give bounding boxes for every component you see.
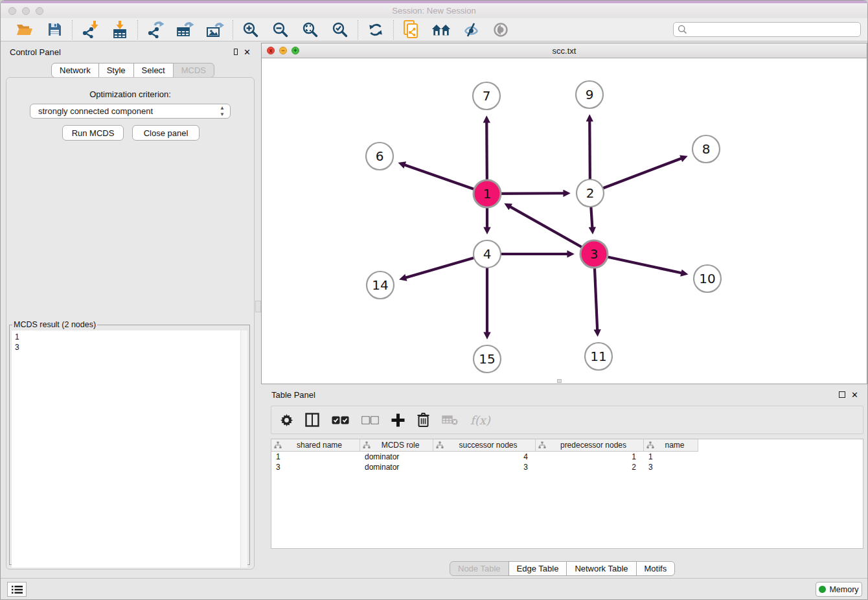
node-label: 4: [483, 246, 492, 262]
function-builder-icon[interactable]: f(x): [470, 411, 490, 428]
network-maximize-icon[interactable]: +: [291, 47, 299, 54]
delete-table-icon[interactable]: [442, 411, 458, 428]
tab-mcds[interactable]: MCDS: [173, 63, 214, 78]
network-minimize-icon[interactable]: −: [279, 47, 287, 54]
search-box[interactable]: [673, 22, 861, 37]
tab-node-table[interactable]: Node Table: [450, 561, 509, 576]
control-panel-header: Control Panel ✕: [1, 43, 260, 61]
graph-node-2[interactable]: 2: [577, 179, 604, 207]
import-table-icon[interactable]: [110, 20, 130, 40]
export-table-icon[interactable]: [176, 20, 195, 40]
graph-node-14[interactable]: 14: [367, 271, 394, 299]
graph-node-3[interactable]: 3: [580, 240, 608, 268]
save-session-icon[interactable]: [45, 20, 64, 40]
graph-node-10[interactable]: 10: [694, 265, 721, 292]
column-header-name[interactable]: name: [644, 439, 698, 452]
table-row[interactable]: 1dominator411: [271, 452, 863, 462]
network-resize-handle[interactable]: [557, 379, 562, 383]
table-panel-tabs: Node TableEdge TableNetwork TableMotifs: [450, 561, 675, 576]
search-input[interactable]: [687, 23, 860, 36]
export-image-icon[interactable]: [205, 20, 225, 40]
home-networks-icon[interactable]: [431, 20, 451, 40]
zoom-fit-icon[interactable]: [301, 20, 320, 40]
tab-motifs[interactable]: Motifs: [636, 561, 676, 576]
task-history-button[interactable]: [7, 582, 27, 597]
node-label: 6: [376, 148, 384, 164]
node-label: 3: [590, 246, 599, 262]
table-panel-float-icon[interactable]: [839, 391, 845, 398]
panel-splitter-handle[interactable]: [255, 301, 261, 312]
network-view-titlebar[interactable]: x − + scc.txt: [262, 43, 867, 58]
graph-node-11[interactable]: 11: [585, 343, 612, 370]
mcds-result-box: MCDS result (2 nodes) 13: [9, 320, 250, 565]
cell-shared-name[interactable]: 3: [271, 462, 360, 472]
graph-node-1[interactable]: 1: [474, 180, 501, 207]
table-row[interactable]: 3dominator323: [271, 462, 863, 472]
memory-button-label: Memory: [829, 585, 858, 594]
table-toolbar: f(x): [271, 406, 863, 434]
network-graph[interactable]: 7968124314101511: [262, 58, 867, 384]
network-close-icon[interactable]: x: [267, 47, 275, 54]
graph-node-6[interactable]: 6: [366, 143, 393, 170]
cell-MCDS-role[interactable]: dominator: [360, 462, 433, 472]
column-header-predecessor-nodes[interactable]: predecessor nodes: [536, 439, 644, 452]
import-network-icon[interactable]: [80, 20, 100, 40]
tab-edge-table[interactable]: Edge Table: [508, 561, 567, 576]
control-panel-float-icon[interactable]: [234, 49, 238, 55]
table-options-icon[interactable]: [280, 411, 293, 428]
zoom-selected-icon[interactable]: [330, 20, 350, 40]
close-panel-button[interactable]: Close panel: [132, 125, 200, 141]
node-label: 2: [586, 185, 595, 201]
main-toolbar: [1, 18, 867, 41]
new-network-from-selection-icon[interactable]: [402, 20, 421, 40]
mcds-result-list[interactable]: 13: [12, 330, 247, 568]
graph-node-15[interactable]: 15: [474, 345, 501, 373]
dropdown-stepper-icon: ▲▼: [220, 105, 225, 118]
delete-icon[interactable]: [417, 411, 429, 428]
control-panel-close-icon[interactable]: ✕: [244, 48, 251, 56]
unselect-all-columns-icon[interactable]: [361, 411, 379, 428]
graph-node-4[interactable]: 4: [474, 240, 501, 268]
open-session-icon[interactable]: [15, 20, 34, 40]
refresh-icon[interactable]: [366, 20, 385, 40]
show-hidden-icon[interactable]: [491, 20, 510, 40]
graph-node-8[interactable]: 8: [692, 135, 720, 163]
cell-predecessor-nodes[interactable]: 1: [536, 452, 644, 462]
tab-network-table[interactable]: Network Table: [566, 561, 636, 576]
show-columns-icon[interactable]: [305, 411, 319, 428]
status-bar: Memory: [1, 578, 867, 599]
node-label: 7: [483, 88, 491, 104]
column-header-shared-name[interactable]: shared name: [271, 439, 360, 452]
tab-network[interactable]: Network: [51, 63, 99, 78]
tab-style[interactable]: Style: [98, 63, 134, 78]
zoom-out-icon[interactable]: [271, 20, 290, 40]
run-mcds-button[interactable]: Run MCDS: [62, 125, 124, 141]
cell-predecessor-nodes[interactable]: 2: [536, 462, 644, 472]
cell-name[interactable]: 3: [644, 462, 698, 472]
cell-MCDS-role[interactable]: dominator: [360, 452, 433, 462]
result-scrollbar[interactable]: [240, 330, 247, 568]
cell-shared-name[interactable]: 1: [271, 452, 360, 462]
cell-name[interactable]: 1: [644, 452, 698, 462]
hide-selected-icon[interactable]: [461, 20, 481, 40]
memory-button[interactable]: Memory: [816, 582, 862, 597]
network-canvas[interactable]: 7968124314101511: [262, 58, 867, 384]
table-panel-close-icon[interactable]: ✕: [851, 391, 858, 399]
graph-node-7[interactable]: 7: [473, 82, 500, 110]
select-all-columns-icon[interactable]: [332, 411, 349, 428]
node-label: 11: [590, 349, 606, 364]
column-header-MCDS-role[interactable]: MCDS role: [360, 439, 433, 452]
node-table-body: 1dominator4113dominator323: [271, 452, 863, 472]
optimization-criterion-label: Optimization criterion:: [6, 89, 254, 99]
zoom-in-icon[interactable]: [241, 20, 260, 40]
add-row-icon[interactable]: [391, 411, 405, 428]
node-table[interactable]: shared nameMCDS rolesuccessor nodesprede…: [271, 439, 863, 549]
column-header-successor-nodes[interactable]: successor nodes: [433, 439, 536, 452]
edge-2-8[interactable]: [590, 159, 681, 193]
criterion-dropdown[interactable]: strongly connected component ▲▼: [30, 104, 231, 119]
cell-successor-nodes[interactable]: 4: [433, 452, 536, 462]
cell-successor-nodes[interactable]: 3: [433, 462, 536, 472]
export-network-icon[interactable]: [146, 20, 165, 40]
graph-node-9[interactable]: 9: [576, 81, 603, 108]
tab-select[interactable]: Select: [133, 63, 174, 78]
